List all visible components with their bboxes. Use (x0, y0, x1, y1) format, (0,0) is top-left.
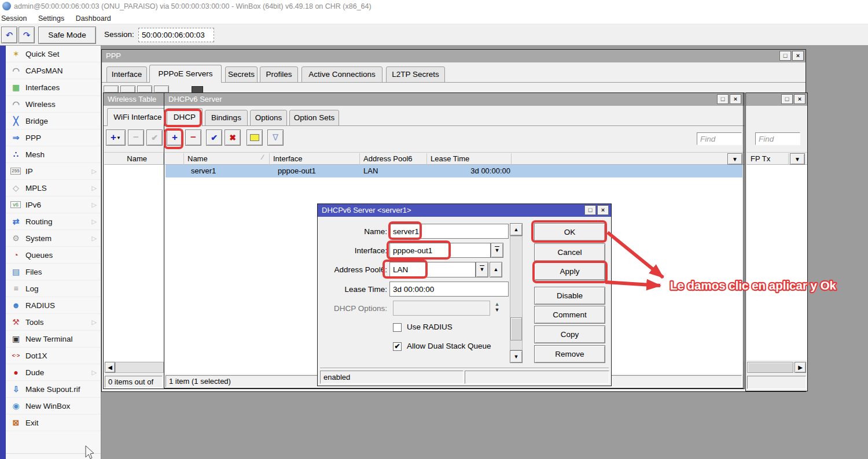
sidebar-item-new-winbox[interactable]: ◉New WinBox (6, 398, 101, 414)
dhcpv6-column-interface[interactable]: Interface (270, 153, 360, 165)
tab-pppoe-servers[interactable]: PPPoE Servers (149, 65, 222, 83)
maximize-icon[interactable]: □ (779, 51, 791, 61)
dhcpv6-column-flags[interactable] (165, 153, 184, 165)
menu-session[interactable]: Session (1, 13, 27, 24)
sidebar-item-capsman[interactable]: ◠CAPsMAN (6, 62, 101, 79)
fptx-column-dropdown[interactable]: ▼ (790, 153, 805, 165)
sidebar-item-bridge[interactable]: ╳Bridge (6, 113, 101, 129)
dhcpv6-disable-button[interactable]: ✖ (225, 129, 241, 146)
dialog-scrollbar-thumb[interactable] (510, 317, 522, 340)
dhcpv6-columns-dropdown[interactable]: ▼ (727, 153, 742, 165)
tab-profiles[interactable]: Profiles (260, 66, 298, 83)
dhcpv6-remove-button[interactable]: − (185, 129, 201, 146)
copy-button[interactable]: Copy (534, 325, 605, 343)
tab-secrets[interactable]: Secrets (225, 66, 258, 83)
dhcpv6-find-input[interactable] (697, 132, 742, 145)
maximize-icon[interactable]: □ (781, 94, 793, 104)
dhcpv6-enable-button[interactable]: ✔ (206, 129, 222, 146)
sidebar-item-dude[interactable]: ●Dude▷ (6, 364, 101, 381)
sidebar-item-log[interactable]: ≡Log (6, 280, 101, 297)
wireless-add-button[interactable]: +▼ (106, 129, 126, 146)
apply-button[interactable]: Apply (534, 262, 605, 280)
dhcpv6-filter-button[interactable]: ∇ (267, 129, 284, 146)
interface-field[interactable] (389, 243, 491, 258)
dialog-window-controls: □ × (584, 205, 609, 215)
fptx-column-header[interactable]: FP Tx (747, 153, 789, 165)
dialog-titlebar[interactable]: DHCPv6 Server <server1> (318, 204, 611, 217)
sidebar-item-ipv6[interactable]: v6IPv6▷ (6, 197, 101, 213)
comment-button[interactable]: Comment (534, 306, 605, 324)
table-row-server1[interactable]: server1 pppoe-out1 LAN 3d 00:00:00 (165, 165, 742, 177)
dhcpv6-column-name[interactable]: Name (184, 153, 270, 165)
sidebar-item-exit[interactable]: ⊠Exit (6, 414, 101, 431)
maximize-icon[interactable]: □ (584, 205, 596, 215)
sidebar-item-partial[interactable]: ▣ (6, 453, 101, 459)
tab-l2tp-secrets[interactable]: L2TP Secrets (386, 66, 445, 83)
sidebar-item-wireless[interactable]: ◠Wireless (6, 96, 101, 113)
tab-wifi-interface[interactable]: WiFi Interface (107, 108, 168, 126)
dhcpv6-comment-button[interactable] (247, 129, 263, 146)
lease-time-field[interactable] (389, 282, 509, 297)
name-field[interactable] (389, 224, 509, 239)
menu-settings[interactable]: Settings (38, 13, 64, 24)
sidebar-item-interfaces[interactable]: ▦Interfaces (6, 79, 101, 96)
dhcpv6-column-lease-time[interactable]: Lease Time (427, 153, 512, 165)
address-pool-up-button[interactable]: ▲ (490, 262, 502, 277)
address-pool-field[interactable] (389, 262, 476, 277)
wireless-remove-button[interactable]: − (128, 129, 144, 146)
sidebar-item-dot1x[interactable]: <·>Dot1X (6, 347, 101, 364)
dhcpv6-window-titlebar[interactable]: DHCPv6 Server (164, 93, 743, 106)
wireless-scroll-left-button[interactable]: ◀ (105, 362, 115, 373)
fptx-find-input[interactable] (755, 132, 800, 145)
sidebar-item-new-terminal[interactable]: ▣New Terminal (6, 331, 101, 347)
close-icon[interactable]: × (794, 94, 806, 104)
wireless-column-name[interactable]: Name (105, 153, 164, 165)
menu-dashboard[interactable]: Dashboard (76, 13, 111, 24)
disable-button[interactable]: Disable (534, 287, 605, 305)
sidebar-item-radius[interactable]: ☻RADIUS (6, 297, 101, 314)
safe-mode-button[interactable]: Safe Mode (38, 27, 96, 44)
tab-dhcp[interactable]: DHCP (167, 108, 203, 126)
sidebar-item-ppp[interactable]: ⇒PPP (6, 129, 101, 146)
tab-bindings[interactable]: Bindings (205, 110, 248, 126)
cancel-button[interactable]: Cancel (534, 243, 605, 261)
sidebar-item-routing[interactable]: ⇄Routing▷ (6, 213, 101, 230)
close-icon[interactable]: × (792, 51, 804, 61)
address-pool-dropdown-button[interactable]: ▼ (476, 262, 488, 277)
dhcpv6-column-address-pool6[interactable]: Address Pool6 (360, 153, 427, 165)
ppp-window-titlebar[interactable]: PPP (102, 50, 806, 62)
dialog-scroll-up-button[interactable]: ▲ (510, 223, 523, 236)
sidebar-item-quick-set[interactable]: ✶Quick Set (6, 46, 101, 62)
redo-button[interactable]: ↷ (19, 27, 35, 43)
remove-button[interactable]: Remove (534, 345, 605, 363)
tab-option-sets[interactable]: Option Sets (289, 110, 339, 126)
tab-interface[interactable]: Interface (106, 66, 147, 83)
close-icon[interactable]: × (597, 205, 609, 215)
close-icon[interactable]: × (730, 94, 741, 104)
tab-options[interactable]: Options (250, 110, 287, 126)
undo-button[interactable]: ↶ (1, 27, 17, 43)
wireless-hscrollbar-track[interactable] (115, 362, 164, 373)
sidebar-item-queues[interactable]: ◔Queues (6, 247, 101, 264)
sidebar-item-mesh[interactable]: ∴Mesh (6, 146, 101, 163)
use-radius-checkbox[interactable] (393, 323, 402, 332)
sidebar-item-make-supout[interactable]: ⇩Make Supout.rif (6, 381, 101, 398)
sidebar-item-tools[interactable]: ⚒Tools▷ (6, 314, 101, 331)
sidebar-item-system[interactable]: ⚙System▷ (6, 230, 101, 247)
maximize-icon[interactable]: □ (717, 94, 729, 104)
fptx-hscrollbar-thumb[interactable] (747, 362, 793, 373)
tab-active-connections[interactable]: Active Connections (301, 66, 382, 83)
interface-dropdown-button[interactable]: ▼ (491, 243, 503, 258)
sidebar-item-ip[interactable]: 255IP▷ (6, 163, 101, 180)
sidebar-item-files[interactable]: ▤Files (6, 264, 101, 280)
dhcpv6-add-button[interactable]: + (167, 129, 183, 146)
session-input[interactable] (138, 28, 214, 42)
dhcp-options-spinner[interactable]: ▲ ▼ (493, 301, 501, 313)
ok-button[interactable]: OK (534, 223, 605, 241)
dhcp-options-field[interactable] (393, 301, 490, 316)
sidebar-item-mpls[interactable]: ◇MPLS▷ (6, 180, 101, 197)
dialog-scroll-down-button[interactable]: ▼ (510, 350, 523, 363)
fptx-scroll-right-button[interactable]: ▶ (795, 362, 806, 373)
dual-stack-checkbox[interactable]: ✔ (393, 342, 402, 351)
wireless-enable-button[interactable]: ✔ (146, 129, 163, 146)
